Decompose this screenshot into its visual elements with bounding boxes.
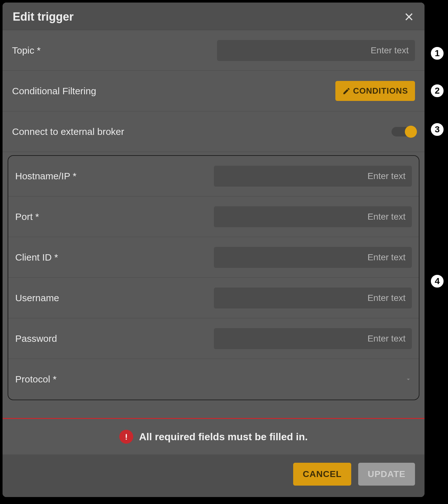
error-icon: [119, 430, 133, 444]
annotation-marker-3: 3: [430, 122, 445, 137]
protocol-label: Protocol *: [15, 374, 56, 385]
dialog-header: Edit trigger: [3, 3, 425, 30]
pencil-icon: [342, 87, 351, 95]
dialog-title: Edit trigger: [13, 10, 74, 23]
username-input[interactable]: [214, 288, 412, 308]
topic-label: Topic *: [12, 45, 41, 56]
external-broker-toggle[interactable]: [392, 127, 415, 136]
conditions-button[interactable]: CONDITIONS: [335, 81, 415, 101]
annotation-marker-1: 1: [430, 46, 445, 61]
external-broker-label: Connect to external broker: [12, 126, 124, 137]
cancel-button[interactable]: CANCEL: [293, 463, 351, 486]
clientid-label: Client ID *: [15, 252, 58, 263]
hostname-row: Hostname/IP *: [8, 156, 419, 196]
clientid-row: Client ID *: [8, 237, 419, 278]
annotation-marker-4: 4: [430, 274, 445, 289]
protocol-row[interactable]: Protocol *: [8, 359, 419, 400]
clientid-input[interactable]: [214, 247, 412, 268]
edit-trigger-dialog: Edit trigger Topic * Conditional Filteri…: [3, 3, 425, 497]
topic-row: Topic *: [3, 30, 425, 71]
topic-input[interactable]: [217, 40, 415, 61]
annotation-marker-2: 2: [430, 83, 445, 98]
error-banner: All required fields must be filled in.: [3, 418, 425, 454]
close-icon[interactable]: [404, 11, 414, 22]
username-row: Username: [8, 278, 419, 318]
update-button[interactable]: UPDATE: [358, 463, 415, 486]
conditions-button-label: CONDITIONS: [353, 86, 408, 96]
error-message: All required fields must be filled in.: [139, 431, 308, 443]
external-broker-row: Connect to external broker: [3, 111, 425, 152]
update-button-label: UPDATE: [368, 469, 405, 479]
chevron-down-icon: [405, 376, 412, 383]
port-label: Port *: [15, 211, 39, 222]
username-label: Username: [15, 293, 59, 303]
port-row: Port *: [8, 196, 419, 237]
spacer: [3, 403, 425, 418]
hostname-input[interactable]: [214, 166, 412, 187]
hostname-label: Hostname/IP *: [15, 171, 76, 182]
conditional-label: Conditional Filtering: [12, 86, 96, 96]
dialog-footer: CANCEL UPDATE: [3, 454, 425, 497]
password-row: Password: [8, 318, 419, 359]
cancel-button-label: CANCEL: [303, 469, 342, 479]
port-input[interactable]: [214, 206, 412, 227]
conditional-row: Conditional Filtering CONDITIONS: [3, 71, 425, 111]
broker-settings-group: Hostname/IP * Port * Client ID * Usernam…: [8, 155, 419, 400]
password-label: Password: [15, 333, 57, 344]
svg-point-3: [126, 439, 127, 440]
password-input[interactable]: [214, 328, 412, 349]
